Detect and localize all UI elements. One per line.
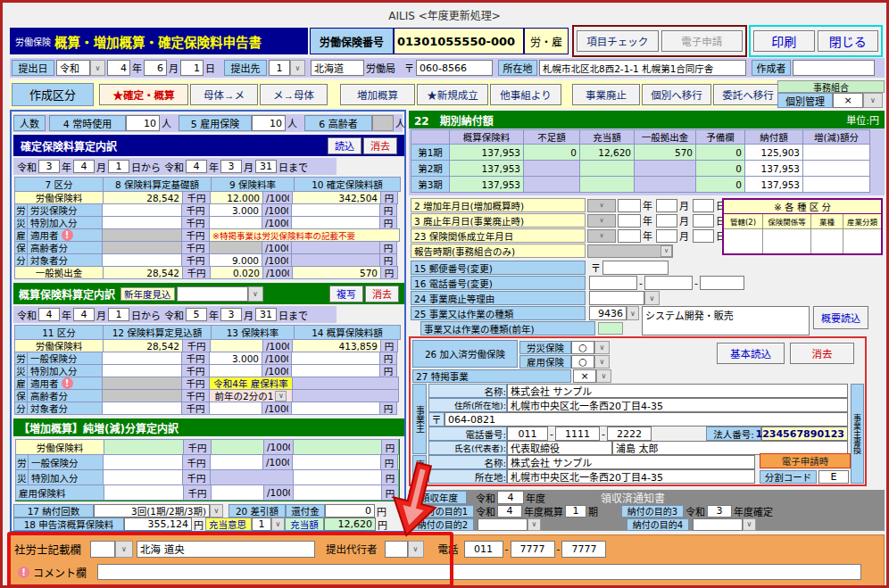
clear-button[interactable]: 消去 [365,286,399,302]
company-tel1-field[interactable]: 011 [507,427,548,441]
mokuteki1-term-field[interactable]: 1 [565,505,586,518]
table-field[interactable]: 28,542 [103,191,183,204]
gaiyou-yomikomi-button[interactable]: 概要読込 [813,306,868,329]
chevron-down-icon[interactable]: ∨ [528,518,541,531]
table-field[interactable]: 413,859 [292,339,381,352]
jigyo-name-field[interactable]: 株式会社 サンプル [507,455,755,469]
chevron-down-icon[interactable]: ∨ [644,291,660,305]
close-button[interactable]: 閉じる [818,30,879,52]
period-date-field[interactable]: 4 [73,160,95,173]
rouhoban-value[interactable]: 01301055550-000 [394,28,524,54]
chevron-down-icon[interactable]: ∨ [210,504,223,518]
table-field[interactable]: 342,504 [292,191,381,204]
read-button[interactable]: 読込 [328,137,361,154]
chevron-down-icon[interactable]: ∨ [90,60,105,76]
houkoku-select[interactable]: ∨ [587,244,673,258]
sharoushi-code-field[interactable] [90,541,115,558]
postal-field[interactable]: 060-8566 [416,60,493,76]
period-date-field[interactable]: 4 [73,308,95,321]
date-field[interactable] [656,229,677,243]
shinki-button[interactable]: ★新規成立 [417,84,488,105]
houjin-bangou-field[interactable]: 1234567890123 [761,427,848,441]
table-field[interactable] [293,484,382,501]
clear-button[interactable]: 消去 [363,137,397,154]
rep-title-field[interactable]: 代表取締役 [507,441,612,455]
date-field[interactable] [693,214,714,228]
table-field[interactable]: 12.000 [210,191,263,204]
kobetsu-kanri-value[interactable]: × [833,93,863,108]
tel1-field[interactable] [589,276,637,290]
table-field[interactable] [291,216,380,229]
table-field[interactable]: 0.020 [210,266,263,279]
period-date-field[interactable]: 3 [220,308,242,321]
company-address-field[interactable]: 札幌市中央区北一条西20丁目4-35 [507,398,848,412]
date-field[interactable] [656,214,677,228]
era-select[interactable]: 令和 [56,60,90,76]
chevron-down-icon[interactable]: ∨ [248,286,263,302]
sharoushi-name-field[interactable]: 北海 道央 [137,541,315,558]
chevron-down-icon[interactable]: ∨ [290,60,305,76]
shurui-code-field[interactable]: 9436 [589,306,627,320]
chevron-down-icon[interactable]: ∨ [743,518,756,531]
kakutei-gaisan-button[interactable]: ★確定・概算 [99,84,188,105]
koyou-select[interactable]: ○ [571,355,594,369]
date-field[interactable] [618,214,641,228]
sangyo-bunrui-field[interactable] [843,229,881,253]
table-field[interactable] [210,339,263,352]
chevron-down-icon[interactable]: ∨ [863,93,883,108]
comment-field[interactable] [97,564,861,580]
period-date-field[interactable]: 4 [38,308,60,321]
footer-tel3-field[interactable]: 7777 [561,541,606,558]
date-field[interactable] [618,229,641,243]
bunkatsu-code-field[interactable]: E [818,470,849,484]
era-select[interactable]: ∨ [587,214,616,228]
itaku-ikou-button[interactable]: 委託へ移行 [713,84,783,105]
kankatsu-field[interactable] [724,229,763,253]
table-field[interactable] [211,484,264,501]
haishi-riyuu-select[interactable] [589,291,644,305]
tokkei-select[interactable]: × [573,369,596,383]
botai-rev-button[interactable]: メ→母体 [260,84,328,105]
copy-button[interactable]: 複写 [329,286,363,302]
table-field[interactable]: 前年の2分の1∨ [209,389,293,402]
tel3-field[interactable] [700,276,744,290]
denshi-shinsei-button[interactable]: 電子申請時 [760,453,851,468]
day-field[interactable]: 1 [180,60,204,76]
company-postal-field[interactable]: 064-0821 [444,412,848,427]
table-field[interactable] [103,454,183,470]
mikomi-select[interactable]: 前年と同額 [177,286,248,302]
period-date-field[interactable]: 31 [255,160,277,173]
table-field[interactable] [103,469,183,485]
tajikumi-yori-button[interactable]: 他事組より [490,84,561,105]
period-date-field[interactable]: 3 [38,160,60,173]
chevron-down-icon[interactable]: ∨ [596,369,611,383]
address-field[interactable]: 札幌市北区北8西2-1-1 札幌第1合同庁舎 [539,60,746,76]
chevron-down-icon[interactable]: ∨ [275,391,287,402]
table-field[interactable] [102,203,182,217]
rousai-select[interactable]: ○ [571,341,594,354]
period-date-field[interactable]: 31 [255,308,277,321]
chevron-down-icon[interactable]: ∨ [594,355,610,369]
table-field[interactable] [209,216,262,229]
company-tel3-field[interactable]: 2222 [607,427,652,441]
period-date-field[interactable]: 4 [186,160,207,173]
date-field[interactable] [693,199,714,212]
table-field[interactable] [104,484,184,501]
era-select[interactable]: ∨ [587,199,616,212]
kanpu-field[interactable]: 0 [325,504,375,518]
zouka-gaisan-button[interactable]: 増加概算 [340,84,415,105]
table-field[interactable] [292,454,381,470]
postal-change-field[interactable] [602,261,669,275]
e-apply-button[interactable]: 電子申請 [661,30,744,52]
chevron-down-icon[interactable]: ∨ [115,541,133,558]
shinkoku-gaisan-field[interactable]: 355,124 [124,518,192,531]
kihon-clear-button[interactable]: 消去 [790,343,854,364]
prefecture-field[interactable]: 北海道 [311,60,364,76]
koyouhoken-field[interactable]: 10 [252,115,286,131]
company-name-field[interactable]: 株式会社 サンプル [507,384,848,398]
kihon-yomikomi-button[interactable]: 基本読込 [717,343,785,364]
hoken-kankei-field[interactable] [763,229,811,253]
joujishiyou-field[interactable]: 10 [126,115,160,131]
date-field[interactable] [618,199,641,212]
table-field[interactable]: 570 [292,266,381,279]
